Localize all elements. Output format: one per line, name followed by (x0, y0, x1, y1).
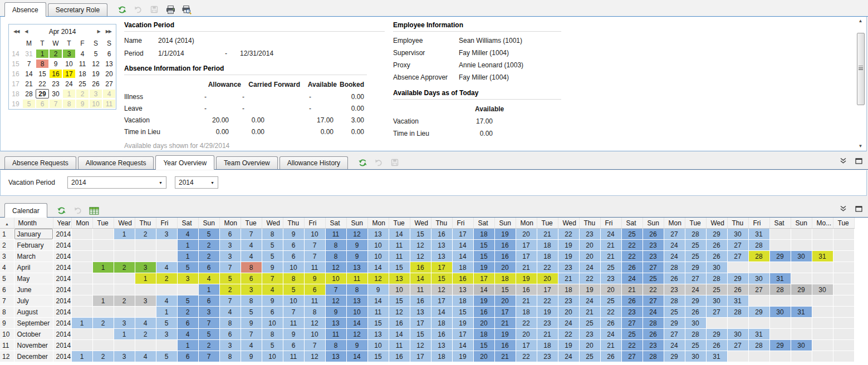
day-cell[interactable]: 21 (621, 284, 643, 295)
day-cell[interactable]: 25 (685, 240, 706, 251)
day-cell[interactable]: 28 (748, 240, 769, 251)
day-cell[interactable]: 10 (346, 307, 367, 318)
day-cell[interactable]: 29 (769, 340, 791, 351)
day-cell[interactable]: 23 (579, 229, 600, 240)
day-cell[interactable]: 2 (114, 295, 135, 307)
tab-absence-requests[interactable]: Absence Requests (4, 156, 76, 169)
mini-day-cell[interactable]: 2 (76, 89, 89, 98)
day-cell[interactable]: 17 (452, 329, 473, 340)
day-cell[interactable]: 10 (283, 262, 304, 273)
print-preview-icon[interactable] (182, 4, 192, 14)
undo-icon[interactable] (374, 157, 384, 167)
day-cell[interactable]: 11 (410, 284, 431, 295)
day-cell[interactable]: 4 (241, 340, 262, 351)
month-name-cell[interactable]: May (14, 273, 53, 284)
day-cell[interactable]: 27 (621, 351, 643, 362)
mini-day-cell[interactable]: 5 (89, 49, 102, 58)
day-cell[interactable] (135, 284, 156, 295)
day-cell[interactable]: 10 (304, 329, 325, 340)
day-cell[interactable] (812, 295, 833, 307)
day-cell[interactable]: 24 (579, 262, 600, 273)
day-cell[interactable]: 22 (558, 329, 579, 340)
day-cell[interactable] (812, 262, 833, 273)
mini-day-cell[interactable]: 29 (36, 89, 49, 98)
day-cell[interactable]: 15 (410, 329, 431, 340)
year-cell[interactable]: 2014 (53, 240, 71, 251)
day-column-header[interactable]: Sun (198, 218, 219, 229)
day-cell[interactable]: 19 (579, 284, 600, 295)
day-cell[interactable] (156, 284, 177, 295)
day-cell[interactable]: 30 (706, 262, 727, 273)
day-cell[interactable]: 3 (177, 273, 198, 284)
day-cell[interactable]: 29 (748, 307, 769, 318)
day-cell[interactable]: 28 (685, 329, 706, 340)
day-cell[interactable]: 5 (219, 273, 241, 284)
day-column-header[interactable]: Mo... (812, 218, 833, 229)
day-column-header[interactable]: Tue (537, 218, 558, 229)
day-cell[interactable]: 9 (325, 307, 346, 318)
day-cell[interactable]: 17 (452, 229, 473, 240)
day-cell[interactable]: 19 (558, 240, 579, 251)
day-cell[interactable]: 13 (431, 340, 452, 351)
day-cell[interactable] (769, 262, 791, 273)
day-cell[interactable] (92, 251, 114, 262)
maximize-icon[interactable] (854, 156, 864, 166)
tab-team-overview[interactable]: Team Overview (216, 156, 278, 169)
day-cell[interactable] (791, 262, 812, 273)
day-cell[interactable]: 22 (600, 307, 621, 318)
day-cell[interactable]: 9 (304, 273, 325, 284)
day-cell[interactable]: 20 (473, 318, 494, 329)
day-cell[interactable]: 22 (516, 318, 537, 329)
day-cell[interactable]: 2 (92, 318, 114, 329)
day-column-header[interactable]: Mon (664, 218, 685, 229)
mini-day-cell[interactable]: 28 (22, 89, 36, 98)
day-column-header[interactable]: Mon (516, 218, 537, 229)
prev-month-icon[interactable]: ◀ (23, 29, 28, 34)
day-cell[interactable]: 25 (600, 262, 621, 273)
day-column-header[interactable]: Fri (304, 218, 325, 229)
day-cell[interactable]: 4 (156, 295, 177, 307)
day-cell[interactable]: 18 (558, 284, 579, 295)
day-cell[interactable]: 24 (664, 251, 685, 262)
day-cell[interactable]: 3 (135, 262, 156, 273)
chevron-double-down-icon[interactable] (838, 156, 848, 166)
day-cell[interactable]: 16 (494, 240, 516, 251)
day-cell[interactable] (177, 284, 198, 295)
day-cell[interactable] (812, 318, 833, 329)
day-cell[interactable] (71, 307, 92, 318)
day-cell[interactable]: 22 (621, 251, 643, 262)
month-name-cell[interactable]: September (14, 318, 53, 329)
day-cell[interactable] (833, 262, 854, 273)
tab-year-overview[interactable]: Year Overview (155, 155, 214, 170)
day-cell[interactable]: 23 (558, 295, 579, 307)
day-cell[interactable] (92, 229, 114, 240)
day-cell[interactable]: 6 (241, 273, 262, 284)
day-cell[interactable] (92, 340, 114, 351)
day-column-header[interactable]: Tue (241, 218, 262, 229)
day-column-header[interactable]: Mon (71, 218, 92, 229)
month-column-header[interactable]: Month (14, 218, 53, 229)
day-cell[interactable]: 27 (706, 307, 727, 318)
day-cell[interactable]: 1 (114, 229, 135, 240)
day-cell[interactable]: 17 (431, 262, 452, 273)
day-cell[interactable] (727, 318, 748, 329)
mini-day-cell[interactable]: 12 (89, 59, 102, 68)
day-cell[interactable]: 21 (516, 295, 537, 307)
day-cell[interactable]: 21 (600, 340, 621, 351)
day-cell[interactable]: 31 (748, 329, 769, 340)
day-column-header[interactable]: Sat (177, 218, 198, 229)
day-cell[interactable] (833, 340, 854, 351)
day-cell[interactable] (135, 251, 156, 262)
day-cell[interactable]: 1 (71, 318, 92, 329)
day-cell[interactable]: 21 (494, 351, 516, 362)
day-cell[interactable]: 8 (241, 262, 262, 273)
day-cell[interactable] (769, 318, 791, 329)
day-cell[interactable] (114, 251, 135, 262)
day-cell[interactable]: 1 (177, 251, 198, 262)
day-cell[interactable] (156, 251, 177, 262)
day-cell[interactable]: 15 (473, 251, 494, 262)
day-cell[interactable] (812, 307, 833, 318)
day-cell[interactable]: 16 (410, 295, 431, 307)
mini-day-cell[interactable]: 7 (22, 59, 36, 68)
day-cell[interactable]: 26 (685, 307, 706, 318)
